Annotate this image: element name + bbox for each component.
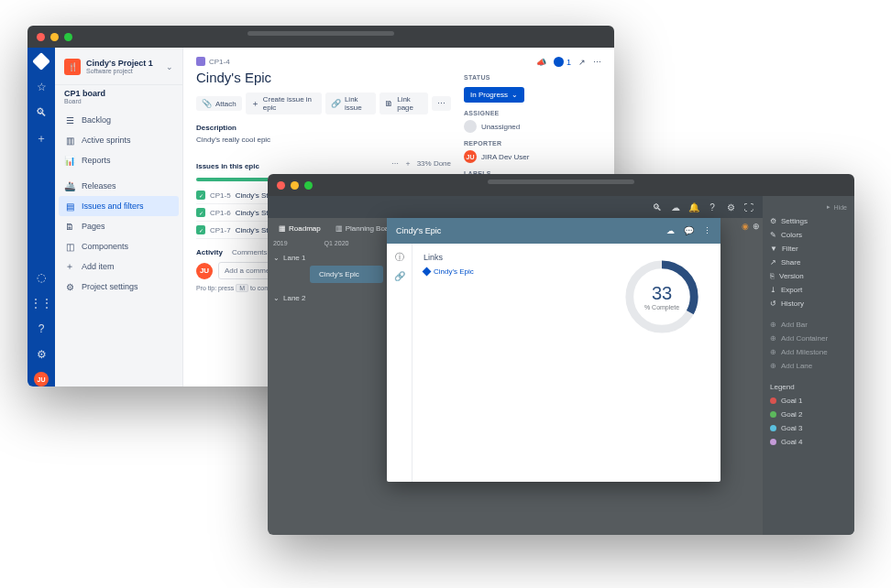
create-issue-button[interactable]: ＋Create issue in epic: [246, 93, 322, 114]
side-settings[interactable]: ⚙Settings: [770, 214, 847, 228]
chevron-right-icon: ▸: [827, 203, 830, 211]
close-dot[interactable]: [37, 33, 45, 41]
minimize-dot[interactable]: [291, 181, 299, 190]
minimize-dot[interactable]: [50, 33, 59, 41]
backlog-icon: ☰: [64, 114, 75, 125]
nav-backlog[interactable]: ☰Backlog: [55, 110, 182, 130]
nav-add-item[interactable]: ＋Add item: [55, 256, 182, 277]
nav-issues[interactable]: ▤Issues and filters: [59, 196, 179, 216]
link-icon[interactable]: 🔗: [394, 271, 405, 281]
ship-icon: 🚢: [64, 180, 75, 191]
feedback-icon[interactable]: ◌: [33, 269, 50, 286]
roadmap-titlebar: [268, 174, 854, 196]
side-share[interactable]: ↗Share: [770, 256, 847, 269]
completion-gauge: 33 % Complete: [622, 256, 702, 337]
bell-icon[interactable]: 🔔: [688, 201, 700, 213]
more-icon[interactable]: ⋯: [391, 159, 399, 168]
close-dot[interactable]: [277, 181, 285, 190]
nav-reports[interactable]: 📊Reports: [55, 150, 182, 170]
reporter-value[interactable]: JUJIRA Dev User: [464, 150, 601, 163]
watch-button[interactable]: 1: [554, 57, 571, 67]
side-filter[interactable]: ▼Filter: [770, 242, 847, 256]
user-avatar: JU: [196, 263, 213, 279]
tab-roadmap[interactable]: ▦Roadmap: [273, 222, 326, 235]
roadmap-bar[interactable]: Cindy's Epic: [310, 266, 383, 283]
nav-releases[interactable]: 🚢Releases: [55, 176, 182, 196]
modal-title: Cindy's Epic: [396, 226, 441, 235]
expand-icon[interactable]: ⊕: [753, 222, 760, 231]
today-icon[interactable]: ◉: [742, 222, 749, 231]
nav-project-settings[interactable]: ⚙Project settings: [55, 277, 182, 297]
side-add-bar[interactable]: ⊕Add Bar: [770, 318, 847, 332]
jira-icon: [423, 267, 432, 277]
side-history[interactable]: ↺History: [770, 297, 847, 310]
gear-icon[interactable]: ⚙: [724, 201, 737, 213]
user-avatar[interactable]: JU: [34, 372, 49, 387]
info-icon[interactable]: ⓘ: [395, 251, 404, 264]
status-button[interactable]: In Progress⌄: [464, 87, 524, 103]
roadmap-quick-nav: ◉ ⊕: [742, 222, 760, 231]
project-header[interactable]: 🍴 Cindy's Project 1 Software project ⌄: [55, 55, 182, 82]
help-icon[interactable]: ?: [706, 201, 719, 213]
more-button[interactable]: ⋯: [432, 96, 451, 111]
chevron-down-icon: ⌄: [273, 254, 280, 262]
status-label: STATUS: [464, 74, 601, 81]
side-version[interactable]: ⎘Version: [770, 269, 847, 283]
gauge-label: % Complete: [644, 304, 679, 310]
roadmap-side-panel: ▸Hide ⚙Settings ✎Colors ▼Filter ↗Share ⎘…: [763, 196, 854, 535]
add-child-icon[interactable]: ＋: [404, 158, 412, 169]
legend-dot: [770, 425, 776, 431]
side-export[interactable]: ⤓Export: [770, 283, 847, 297]
side-add-container[interactable]: ⊕Add Container: [770, 332, 847, 345]
maximize-dot[interactable]: [64, 33, 72, 41]
side-add-lane[interactable]: ⊕Add Lane: [770, 359, 847, 373]
legend-label: Legend: [770, 380, 847, 394]
board-header[interactable]: CP1 board Board: [55, 84, 182, 110]
maximize-dot[interactable]: [304, 181, 313, 190]
board-icon: ▥: [64, 135, 75, 146]
legend-item: Goal 1: [770, 394, 847, 408]
description-label: Description: [196, 124, 451, 132]
link-issue-button[interactable]: 🔗Link issue: [325, 93, 376, 114]
history-icon: ↺: [770, 299, 776, 308]
page-title: Cindy's Epic: [196, 70, 451, 85]
board-name: CP1 board: [64, 89, 173, 98]
side-add-milestone[interactable]: ⊕Add Milestone: [770, 345, 847, 359]
add-icon: ⊕: [770, 348, 776, 356]
cloud-icon[interactable]: ☁: [669, 201, 682, 213]
settings-icon[interactable]: ⚙: [33, 346, 50, 363]
apps-icon[interactable]: ⋮⋮: [33, 295, 50, 311]
comments-icon[interactable]: 💬: [684, 226, 694, 235]
chevron-down-icon: ⌄: [512, 91, 518, 99]
search-icon[interactable]: 🔍︎: [33, 104, 50, 121]
story-icon: ✓: [196, 225, 205, 234]
assignee-value[interactable]: Unassigned: [464, 120, 601, 133]
cloud-sync-icon[interactable]: ☁: [666, 226, 675, 235]
side-colors[interactable]: ✎Colors: [770, 228, 847, 242]
feedback-icon[interactable]: 📣: [536, 58, 546, 67]
star-icon[interactable]: ☆: [33, 79, 50, 95]
nav-components[interactable]: ◫Components: [55, 236, 182, 256]
search-icon[interactable]: 🔍︎: [651, 201, 664, 213]
hide-panel-button[interactable]: ▸Hide: [770, 203, 847, 214]
attach-button[interactable]: 📎Attach: [196, 96, 242, 111]
timeline-col: Q1 2020: [324, 240, 349, 246]
help-icon[interactable]: ?: [33, 321, 50, 337]
fullscreen-icon[interactable]: ⛶: [742, 201, 755, 213]
link-page-button[interactable]: 🗎Link page: [380, 93, 428, 114]
modal-tab-rail: ⓘ 🔗: [387, 244, 412, 482]
project-name: Cindy's Project 1: [86, 60, 153, 68]
breadcrumb[interactable]: CP1-4: [196, 57, 451, 66]
more-icon[interactable]: ⋯: [593, 58, 601, 67]
jira-titlebar: [28, 26, 614, 48]
jira-logo-icon[interactable]: [33, 53, 50, 70]
nav-pages[interactable]: 🗎Pages: [55, 216, 182, 236]
description-text[interactable]: Cindy's really cool epic: [196, 136, 451, 144]
nav-active-sprints[interactable]: ▥Active sprints: [55, 130, 182, 150]
plus-icon[interactable]: ＋: [33, 130, 50, 147]
comments-tab[interactable]: Comments: [232, 248, 268, 256]
share-icon[interactable]: ↗: [578, 58, 586, 67]
legend-item: Goal 4: [770, 435, 847, 449]
titlebar-notch: [248, 31, 394, 36]
more-icon[interactable]: ⋮: [703, 226, 711, 235]
